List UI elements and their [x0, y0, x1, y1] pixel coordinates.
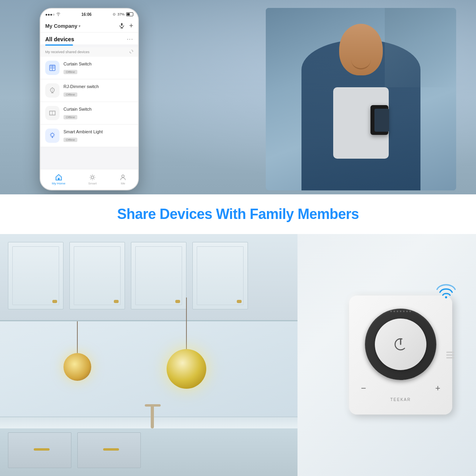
svg-rect-0: [121, 23, 123, 26]
side-vents: [446, 352, 454, 359]
power-icon[interactable]: [393, 336, 409, 352]
switch-knob-outer: [365, 309, 436, 380]
nav-me[interactable]: Me: [119, 174, 127, 185]
ambient-light-icon-wrap: [45, 129, 60, 143]
plus-button[interactable]: +: [435, 383, 440, 393]
upper-cabinets: [0, 234, 298, 321]
svg-point-11: [122, 175, 124, 177]
lower-cabinets: [0, 428, 298, 476]
device-status-2: Offline: [63, 92, 77, 97]
man-photo: [266, 8, 456, 190]
rj-dimmer-icon-wrap: [45, 83, 60, 98]
shared-devices-label: My received shared devices: [40, 47, 138, 57]
nav-home-label: My Home: [52, 182, 65, 185]
svg-point-10: [91, 176, 94, 178]
middle-section: Share Devices With Family Members: [0, 194, 476, 234]
battery-icon: [126, 12, 133, 16]
phone-mockup: ●●●○ 16:06 ⊙ 37% My Company ▾: [40, 8, 139, 190]
battery-display: 37%: [117, 12, 125, 16]
tab-indicator: [45, 44, 73, 46]
nav-home[interactable]: My Home: [52, 174, 65, 185]
vent-line-3: [446, 357, 454, 359]
phone-header: My Company ▾ +: [40, 20, 138, 33]
status-left: ●●●○: [45, 12, 60, 17]
vent-line-1: [446, 352, 454, 353]
smart-switch-device: − + TEEKAR: [349, 296, 452, 415]
status-bar: ●●●○ 16:06 ⊙ 37%: [40, 9, 138, 20]
device-info-4: Smart Ambient Light Offline: [63, 129, 133, 142]
nav-smart[interactable]: Smart: [88, 174, 96, 185]
nav-smart-label: Smart: [88, 182, 96, 185]
switch-knob-inner[interactable]: [375, 319, 426, 370]
wifi-icon: [56, 12, 60, 17]
svg-point-12: [445, 296, 447, 298]
vent-line-2: [446, 355, 454, 356]
signal-dots: ●●●○: [45, 12, 55, 17]
brand-label: TEEKAR: [390, 397, 411, 402]
refresh-icon[interactable]: [129, 50, 133, 54]
kitchen-scene: [0, 234, 298, 476]
cabinet-door-2: [69, 242, 125, 309]
device-name-1: Curtain Switch: [63, 61, 133, 66]
device-list: Curtain Switch Offline RJ-Dimmer sw: [40, 57, 138, 147]
device-item-curtain-switch-2[interactable]: Curtain Switch Offline: [40, 102, 138, 125]
device-item-rj-dimmer[interactable]: RJ-Dimmer switch Offline: [40, 79, 138, 102]
bottom-section: − + TEEKAR: [0, 234, 476, 476]
device-name-4: Smart Ambient Light: [63, 129, 133, 134]
minus-button[interactable]: −: [361, 383, 366, 393]
chevron-icon: ▾: [79, 24, 81, 28]
status-right: ⊙ 37%: [113, 12, 133, 16]
all-devices-title: All devices: [45, 36, 74, 42]
pendant-light-2: [167, 298, 206, 389]
device-item-curtain-switch-1[interactable]: Curtain Switch Offline: [40, 57, 138, 79]
device-name-3: Curtain Switch: [63, 107, 133, 111]
all-devices-bar: All devices ···: [40, 33, 138, 44]
nav-me-label: Me: [121, 182, 125, 185]
top-section: ●●●○ 16:06 ⊙ 37% My Company ▾: [0, 0, 476, 194]
company-name[interactable]: My Company ▾: [45, 23, 81, 29]
device-status-3: Offline: [63, 115, 77, 119]
device-info-3: Curtain Switch Offline: [63, 107, 133, 120]
minus-plus-controls: − +: [361, 383, 440, 393]
location-icon: ⊙: [113, 12, 116, 16]
phone-bottom-nav: My Home Smart Me: [40, 169, 138, 190]
curtain-switch-icon-wrap: [45, 61, 60, 75]
time-display: 16:06: [81, 12, 92, 17]
device-status-1: Offline: [63, 70, 77, 74]
faucet-area: [139, 397, 171, 428]
device-status-4: Offline: [63, 138, 77, 142]
device-info-2: RJ-Dimmer switch Offline: [63, 84, 133, 97]
mic-icon[interactable]: [119, 22, 125, 30]
share-title: Share Devices With Family Members: [117, 206, 359, 223]
wifi-signal-icon: [436, 280, 456, 301]
device-name-2: RJ-Dimmer switch: [63, 84, 133, 89]
dial-dots: [390, 311, 411, 312]
svg-rect-9: [58, 178, 60, 180]
header-icons: +: [119, 22, 133, 30]
cabinet-door-1: [8, 242, 63, 309]
device-item-ambient-light[interactable]: Smart Ambient Light Offline: [40, 125, 138, 147]
curtain-switch2-icon-wrap: [45, 106, 60, 120]
add-icon[interactable]: +: [129, 22, 133, 30]
dots-menu[interactable]: ···: [127, 36, 133, 43]
svg-point-7: [52, 89, 53, 91]
pendant-light-1: [63, 321, 91, 381]
svg-point-8: [51, 133, 54, 136]
device-info-1: Curtain Switch Offline: [63, 61, 133, 75]
